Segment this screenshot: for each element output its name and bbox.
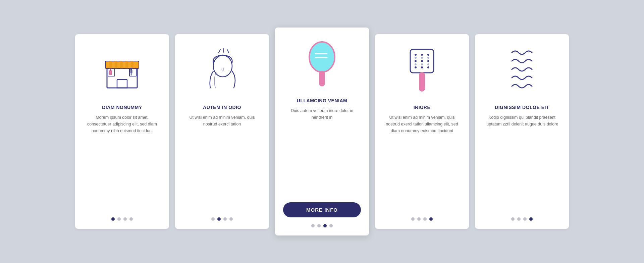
dot-2-1 (217, 217, 221, 221)
dot-3-0 (311, 224, 315, 227)
svg-point-33 (421, 66, 423, 68)
dot-1-0 (111, 217, 115, 221)
dot-3-2 (323, 224, 327, 227)
dot-2-3 (229, 217, 233, 221)
dot-5-0 (511, 217, 515, 221)
card-3-desc: Duis autem vel eum iriure dolor in hendr… (283, 107, 361, 196)
card-hairbrush: IRIURE Ut wisi enim ad minim veniam, qui… (375, 34, 469, 229)
card-3-title: ULLAMCING VENIAM (297, 98, 347, 103)
card-5-title: DIGNISSIM DOLOE EIT (495, 105, 549, 110)
svg-rect-11 (110, 69, 111, 71)
svg-point-34 (427, 66, 429, 68)
card-1-desc: Morem ipsum dolor sit amet, consectetuer… (83, 114, 161, 211)
dot-4-2 (423, 217, 427, 221)
dot-5-1 (517, 217, 521, 221)
svg-point-27 (421, 54, 423, 56)
svg-rect-7 (117, 80, 127, 88)
svg-point-35 (415, 57, 417, 59)
svg-point-21 (309, 42, 335, 72)
curls-icon (500, 44, 544, 98)
dot-1-3 (129, 217, 133, 221)
svg-point-26 (415, 54, 417, 56)
dot-3-1 (317, 224, 321, 227)
dot-5-3 (529, 217, 533, 221)
card-4-dots (411, 217, 433, 221)
svg-point-29 (415, 60, 417, 62)
svg-rect-6 (131, 61, 133, 68)
mirror-icon (300, 38, 344, 91)
beauty-store-icon (100, 44, 144, 98)
svg-line-17 (219, 49, 220, 53)
card-2-title: AUTEM IN ODIO (203, 105, 241, 110)
dot-2-2 (223, 217, 227, 221)
svg-point-30 (421, 60, 423, 62)
svg-point-39 (421, 63, 423, 65)
svg-line-19 (227, 49, 229, 53)
svg-point-31 (427, 60, 429, 62)
dot-4-1 (417, 217, 421, 221)
svg-rect-10 (109, 70, 112, 75)
dot-1-2 (123, 217, 127, 221)
hairbrush-icon (400, 44, 444, 98)
svg-point-20 (213, 55, 232, 77)
svg-point-40 (427, 63, 429, 65)
cards-container: DIAM NONUMMY Morem ipsum dolor sit amet,… (55, 14, 589, 249)
card-1-title: DIAM NONUMMY (102, 105, 142, 110)
card-mirror: ULLAMCING VENIAM Duis autem vel eum iriu… (275, 28, 369, 235)
dot-2-0 (211, 217, 215, 221)
more-info-button[interactable]: MORE INFO (283, 202, 361, 217)
card-4-title: IRIURE (414, 105, 430, 110)
card-wig: AUTEM IN ODIO Ut wisi enim ad minim veni… (175, 34, 269, 229)
dot-4-0 (411, 217, 415, 221)
svg-point-38 (415, 63, 417, 65)
dot-3-3 (329, 224, 333, 227)
svg-point-36 (421, 57, 423, 59)
svg-rect-4 (120, 61, 123, 68)
svg-point-13 (130, 68, 132, 70)
card-5-dots (511, 217, 533, 221)
svg-rect-3 (115, 61, 117, 68)
card-2-desc: Ut wisi enim ad minim veniam, quis nostr… (183, 114, 261, 211)
card-1-dots (111, 217, 133, 221)
svg-rect-2 (109, 61, 112, 68)
dot-4-3 (429, 217, 433, 221)
svg-rect-24 (319, 71, 325, 86)
card-3-dots (311, 224, 333, 227)
card-curls: DIGNISSIM DOLOE EIT Kodio dignissim qui … (475, 34, 569, 229)
svg-point-32 (415, 66, 417, 68)
svg-rect-0 (107, 66, 137, 88)
card-4-desc: Ut wisi enim ad minim veniam, quis nostr… (383, 114, 461, 211)
card-2-dots (211, 217, 233, 221)
svg-rect-5 (125, 61, 128, 68)
dot-5-2 (523, 217, 527, 221)
svg-rect-9 (129, 69, 136, 76)
svg-point-37 (427, 57, 429, 59)
svg-point-28 (427, 54, 429, 56)
card-beauty-store: DIAM NONUMMY Morem ipsum dolor sit amet,… (75, 34, 169, 229)
dot-1-1 (117, 217, 121, 221)
svg-rect-41 (419, 72, 425, 92)
card-5-desc: Kodio dignissim qui blandit praesent lup… (483, 114, 561, 211)
wig-icon (200, 44, 244, 98)
